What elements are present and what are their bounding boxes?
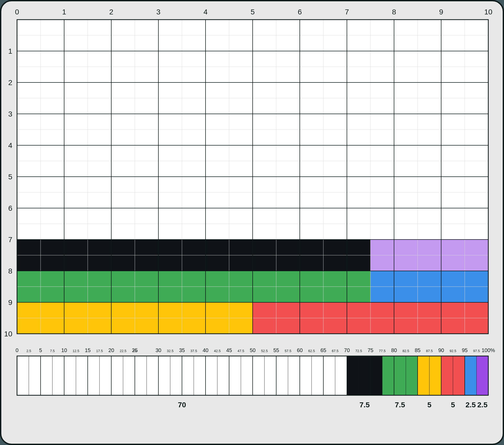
pct-tick-30: 30 — [156, 347, 161, 353]
pct-tick-0: 0 — [15, 347, 18, 353]
pct-label-purple: 2.5 — [477, 401, 488, 409]
pct-tick-37.5: 37.5 — [190, 349, 197, 353]
x-tick-6: 6 — [298, 8, 302, 16]
x-tick-4: 4 — [203, 8, 208, 16]
pct-tick-67.5: 67.5 — [332, 349, 338, 353]
x-tick-8: 8 — [392, 8, 396, 16]
pct-tick-10: 10 — [61, 347, 67, 353]
x-tick-1: 1 — [62, 8, 66, 16]
pct-tick-55: 55 — [273, 347, 279, 353]
pct-tick-42.5: 42.5 — [214, 349, 220, 353]
pct-label-blue: 2.5 — [466, 401, 476, 409]
pct-tick-22.5: 22.5 — [120, 349, 126, 353]
pct-tick-92.5: 92.5 — [450, 349, 456, 353]
y-tick-8: 8 — [8, 267, 12, 275]
y-tick-5: 5 — [8, 173, 12, 181]
pct-tick-2.5: 2.5 — [26, 349, 31, 353]
pct-tick-95: 95 — [462, 347, 468, 353]
y-tick-4: 4 — [8, 141, 12, 149]
chart-frame: 0123456789101234567891005101520253035404… — [0, 0, 504, 445]
pct-tick-50: 50 — [250, 347, 256, 353]
y-tick-9: 9 — [8, 298, 12, 307]
x-tick-7: 7 — [345, 8, 349, 16]
chart-svg: 0123456789101234567891005101520253035404… — [1, 1, 503, 444]
pct-label-green: 7.5 — [395, 401, 405, 409]
pct-tick-20: 20 — [108, 347, 114, 353]
pct-tick-25: 25 — [133, 349, 137, 353]
pct-seg-blue — [465, 356, 477, 395]
x-tick-9: 9 — [439, 8, 443, 16]
y-tick-3: 3 — [8, 110, 12, 118]
pct-tick-87.5: 87.5 — [426, 349, 433, 353]
pct-tick-52.5: 52.5 — [261, 349, 268, 353]
pct-label-black: 7.5 — [359, 401, 370, 409]
pct-tick-7.5: 7.5 — [50, 349, 55, 353]
y-tick-7: 7 — [8, 236, 12, 244]
pct-tick-17.5: 17.5 — [96, 349, 103, 353]
pct-tick-12.5: 12.5 — [73, 349, 79, 353]
x-tick-5: 5 — [251, 8, 255, 16]
pct-tick-45: 45 — [226, 347, 232, 353]
pct-tick-82.5: 82.5 — [402, 349, 409, 353]
y-tick-10: 10 — [4, 330, 12, 338]
pct-tick-32.5: 32.5 — [167, 349, 173, 353]
pct-tick-85: 85 — [415, 347, 420, 353]
pct-tick-57.5: 57.5 — [285, 349, 291, 353]
pct-seg-green — [382, 356, 418, 395]
pct-tick-90: 90 — [438, 347, 444, 353]
pct-tick-15: 15 — [85, 347, 91, 353]
pct-tick-100: 100% — [481, 347, 495, 353]
pct-tick-97.5: 97.5 — [473, 349, 480, 353]
x-tick-0: 0 — [15, 8, 19, 16]
pct-label-red: 5 — [451, 401, 455, 409]
y-tick-1: 1 — [8, 47, 12, 55]
y-tick-2: 2 — [8, 79, 12, 87]
pct-seg-black — [347, 356, 382, 395]
pct-tick-60: 60 — [297, 347, 303, 353]
pct-tick-77.5: 77.5 — [379, 349, 385, 353]
pct-tick-62.5: 62.5 — [308, 349, 315, 353]
pct-seg-purple — [477, 356, 488, 395]
pct-tick-70: 70 — [344, 347, 350, 353]
pct-tick-40: 40 — [203, 347, 208, 353]
pct-tick-65: 65 — [320, 347, 326, 353]
pct-tick-75: 75 — [368, 347, 373, 353]
x-tick-3: 3 — [156, 8, 160, 16]
x-tick-10: 10 — [484, 8, 492, 16]
pct-tick-80: 80 — [391, 347, 397, 353]
pct-tick-35: 35 — [179, 347, 185, 353]
y-tick-6: 6 — [8, 204, 12, 212]
pct-label-white: 70 — [178, 401, 186, 409]
pct-tick-5: 5 — [39, 347, 42, 353]
pct-label-yellow: 5 — [427, 401, 431, 409]
x-tick-2: 2 — [109, 8, 113, 16]
pct-tick-72.5: 72.5 — [355, 349, 362, 353]
pct-tick-47.5: 47.5 — [237, 349, 244, 353]
